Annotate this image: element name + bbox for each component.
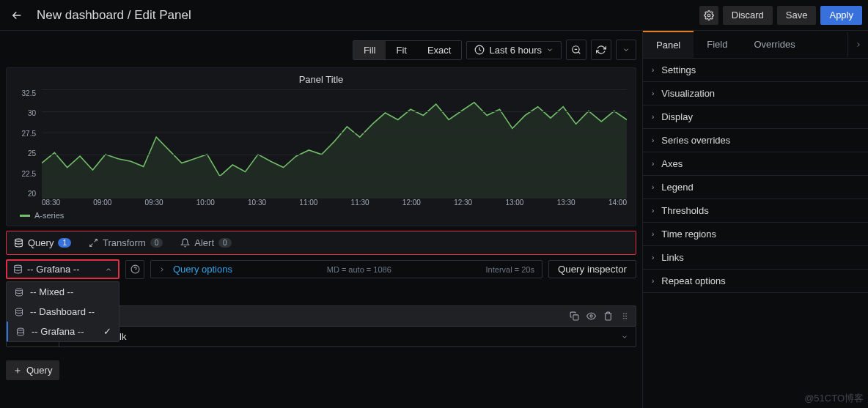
svg-point-6 xyxy=(16,289,23,291)
exact-button[interactable]: Exact xyxy=(417,41,462,59)
clock-icon xyxy=(474,45,485,55)
tab-transform[interactable]: Transform 0 xyxy=(89,237,163,248)
scenario-select[interactable]: Random Walk xyxy=(59,327,636,346)
database-icon xyxy=(13,264,23,274)
chevron-right-icon xyxy=(158,266,166,273)
query-meta-interval: Interval = 20s xyxy=(486,265,534,274)
svg-point-3 xyxy=(15,239,23,241)
option-legend[interactable]: ›Legend xyxy=(643,176,868,199)
clipboard-icon[interactable] xyxy=(570,311,579,321)
chart[interactable]: 32.53027.52522.520 08:3009:0009:3010:001… xyxy=(12,89,630,207)
svg-rect-9 xyxy=(573,315,578,320)
datasource-option[interactable]: -- Grafana --✓ xyxy=(7,322,119,341)
back-button[interactable] xyxy=(6,4,28,26)
svg-point-13 xyxy=(623,316,625,317)
option-series-overrides[interactable]: ›Series overrides xyxy=(643,129,868,152)
svg-point-4 xyxy=(15,265,22,267)
query-inspector-button[interactable]: Query inspector xyxy=(548,260,636,278)
chevron-down-icon xyxy=(546,46,553,53)
option-time-regions[interactable]: ›Time regions xyxy=(643,223,868,246)
drag-icon[interactable] xyxy=(620,311,630,321)
refresh-button[interactable] xyxy=(591,40,611,60)
watermark: @51CTO博客 xyxy=(804,392,864,405)
plus-icon xyxy=(13,366,22,375)
fill-button[interactable]: Fill xyxy=(353,41,386,59)
alert-count-badge: 0 xyxy=(218,238,232,248)
query-meta-md: MD = auto = 1086 xyxy=(327,265,391,274)
svg-point-11 xyxy=(623,313,625,314)
save-button[interactable]: Save xyxy=(777,6,817,25)
expand-panel-button[interactable] xyxy=(847,32,868,57)
time-range-picker[interactable]: Last 6 hours xyxy=(466,41,562,59)
option-visualization[interactable]: ›Visualization xyxy=(643,82,868,105)
zoom-out-button[interactable] xyxy=(566,40,586,60)
option-links[interactable]: ›Links xyxy=(643,246,868,270)
chevron-right-icon xyxy=(855,41,862,48)
chevron-down-icon xyxy=(621,333,628,341)
panel-title: Panel Title xyxy=(12,74,630,85)
svg-point-12 xyxy=(625,313,627,314)
option-repeat-options[interactable]: ›Repeat options xyxy=(643,270,868,293)
tab-field[interactable]: Field xyxy=(694,31,740,57)
fit-button[interactable]: Fit xyxy=(386,41,416,59)
svg-point-7 xyxy=(16,308,23,311)
settings-gear-button[interactable] xyxy=(699,6,718,25)
datasource-selected: -- Grafana -- xyxy=(27,264,80,275)
question-icon xyxy=(130,264,140,274)
svg-point-15 xyxy=(623,318,625,319)
transform-count-badge: 0 xyxy=(150,238,163,248)
eye-icon[interactable] xyxy=(586,311,596,321)
option-thresholds[interactable]: ›Thresholds xyxy=(643,199,868,223)
svg-point-16 xyxy=(625,318,627,319)
apply-button[interactable]: Apply xyxy=(820,6,862,25)
tab-alert[interactable]: Alert 0 xyxy=(180,237,231,248)
datasource-select[interactable]: -- Grafana -- xyxy=(6,259,119,279)
legend-label: A-series xyxy=(34,211,64,220)
legend-swatch xyxy=(20,215,30,217)
panel-card: Panel Title 32.53027.52522.520 08:3009:0… xyxy=(6,67,636,226)
refresh-interval-button[interactable] xyxy=(616,40,636,60)
svg-point-14 xyxy=(625,316,627,317)
svg-point-10 xyxy=(590,315,592,317)
transform-icon xyxy=(89,238,98,248)
tab-overrides[interactable]: Overrides xyxy=(740,31,808,57)
database-icon xyxy=(14,238,23,248)
add-query-button[interactable]: Query xyxy=(6,360,59,380)
right-tabs: Panel Field Overrides xyxy=(643,31,868,59)
trash-icon[interactable] xyxy=(603,311,613,321)
svg-point-0 xyxy=(707,14,710,17)
view-mode-group: Fill Fit Exact xyxy=(353,40,463,60)
chevron-up-icon xyxy=(105,266,112,273)
query-options-label: Query options xyxy=(173,264,232,275)
query-tabs: Query 1 Transform 0 Alert 0 xyxy=(6,231,636,255)
bell-icon xyxy=(180,238,190,248)
option-settings[interactable]: ›Settings xyxy=(643,59,868,82)
chart-legend[interactable]: A-series xyxy=(12,211,630,220)
query-count-badge: 1 xyxy=(58,238,71,248)
query-options-bar[interactable]: Query options MD = auto = 1086 Interval … xyxy=(150,260,542,278)
datasource-help-button[interactable] xyxy=(125,260,144,279)
tab-panel[interactable]: Panel xyxy=(643,31,694,58)
svg-point-8 xyxy=(18,328,24,330)
option-axes[interactable]: ›Axes xyxy=(643,152,868,176)
time-range-label: Last 6 hours xyxy=(489,45,542,56)
option-display[interactable]: ›Display xyxy=(643,105,868,129)
datasource-dropdown: -- Mixed ---- Dashboard ---- Grafana --✓ xyxy=(6,281,119,342)
datasource-option[interactable]: -- Dashboard -- xyxy=(7,302,119,322)
discard-button[interactable]: Discard xyxy=(723,6,773,25)
datasource-option[interactable]: -- Mixed -- xyxy=(7,282,119,302)
page-title: New dashboard / Edit Panel xyxy=(37,8,191,23)
tab-query[interactable]: Query 1 xyxy=(14,237,71,248)
